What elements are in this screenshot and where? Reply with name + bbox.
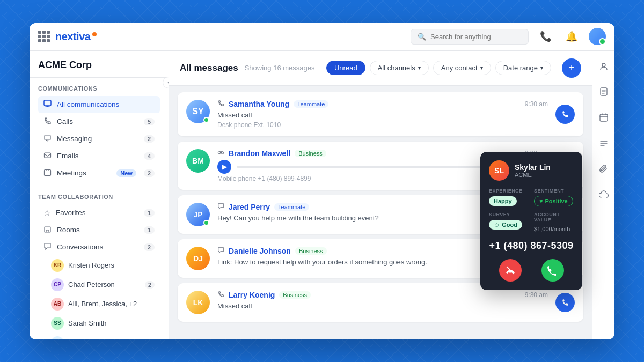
favorites-icon: ☆ [43,208,50,218]
experience-cell: EXPERIENCE Happy [489,188,529,206]
call-channel-icon [217,100,224,108]
contact-icon[interactable] [595,57,612,75]
communications-section: Communications All communications Calls … [30,78,169,186]
sub-item-label: Will Williams [68,338,107,339]
filter-date-btn[interactable]: Date range ▾ [495,61,551,75]
list-icon[interactable] [595,135,612,152]
message-time: 9:30 am [525,100,548,108]
brandon-avatar: BM [186,149,210,173]
document-icon[interactable] [595,83,612,100]
sidebar-item-label: Messaging [57,135,92,143]
danielle-avatar: DJ [186,247,210,270]
contact-popup: SL Skylar Lin ACME EXPERIENCE Happy SENT… [480,152,582,290]
sidebar-item-all-communications[interactable]: All communications [38,96,160,113]
sentiment-value: ♥ Positive [534,196,573,206]
sidebar-item-meetings[interactable]: Meetings New 2 [38,165,160,182]
survey-label: SURVEY [489,212,529,217]
collapse-btn[interactable]: ‹ [163,77,169,88]
top-bar-actions: 📞 🔔 [537,28,606,45]
avatar-initials: BM [192,157,204,165]
popup-name-area: Skylar Lin ACME [515,163,551,178]
sub-item-sarah[interactable]: SS Sarah Smith [38,314,160,333]
sidebar-item-label: Rooms [57,226,80,234]
answer-call-btn[interactable] [541,259,564,282]
chevron-down-icon: ▾ [540,65,543,71]
sender-tag: Business [295,247,327,255]
grid-menu-icon[interactable] [38,31,50,42]
message-header: Samantha Young Teammate 9:30 am [217,100,548,108]
online-indicator [203,220,209,226]
filter-contact-btn[interactable]: Any contact ▾ [433,61,491,75]
message-body: Larry Koenig Business 9:30 am Missed cal… [217,291,548,311]
popup-phone-number: +1 (480) 867-5309 [489,240,574,252]
add-message-btn[interactable]: + [562,58,581,78]
call-action-btn[interactable] [555,105,575,124]
sidebar-item-messaging[interactable]: Messaging 2 [38,130,160,147]
conversations-icon [43,242,52,252]
avatar-initials: LK [193,298,203,307]
call-action-btn[interactable] [555,293,575,312]
chat-channel-icon [217,247,224,255]
experience-value: Happy [489,196,517,206]
search-input[interactable] [430,33,522,41]
jared-avatar: JP [186,203,210,226]
svg-rect-2 [45,169,51,175]
svg-rect-0 [44,100,51,106]
meetings-new-badge: New [116,169,136,177]
sidebar-item-label: Meetings [57,169,86,177]
popup-call-actions [489,259,574,282]
chad-badge: 2 [145,281,155,289]
sender-name: Danielle Johnson [229,247,291,255]
sender-name: Brandon Maxwell [229,149,290,158]
sidebar-item-label: Emails [57,152,79,160]
sidebar-item-conversations[interactable]: Conversations 2 [38,239,160,256]
filter-unread-btn[interactable]: Unread [326,61,365,75]
top-bar: nextiva 🔍 📞 🔔 [30,23,614,51]
search-bar[interactable]: 🔍 [411,29,529,45]
message-text: Missed call [217,301,548,311]
calls-badge: 5 [144,118,155,125]
voicemail-channel-icon [217,149,224,158]
showing-count: Showing 16 messages [245,64,315,72]
messages-header: All messages Showing 16 messages Unread … [169,51,592,86]
experience-label: EXPERIENCE [489,188,529,194]
search-icon: 🔍 [418,33,426,41]
svg-point-4 [218,151,220,153]
sidebar-item-rooms[interactable]: Rooms 1 [38,221,160,239]
sub-item-will[interactable]: WW Will Williams [38,333,160,339]
conversations-badge: 2 [144,243,155,251]
phone-icon[interactable]: 📞 [537,28,554,45]
attachment-icon[interactable] [595,160,612,178]
decline-call-btn[interactable] [499,259,522,282]
sub-item-alli[interactable]: AB Alli, Brent, Jessica, +2 [38,294,160,314]
larry-avatar: LK [186,291,210,314]
sentiment-label: SENTIMENT [534,188,574,194]
play-btn[interactable]: ▶ [217,160,231,174]
sub-item-chad[interactable]: CP Chad Peterson 2 [38,275,160,294]
calendar-icon[interactable] [595,109,612,126]
popup-stats-grid: EXPERIENCE Happy SENTIMENT ♥ Positive SU… [489,188,574,233]
sarah-avatar: SS [51,317,64,330]
will-avatar: WW [51,336,64,339]
bell-icon[interactable]: 🔔 [563,28,580,45]
sidebar-item-calls[interactable]: Calls 5 [38,113,160,130]
sidebar-item-favorites[interactable]: ☆ Favorites 1 [38,204,160,221]
sub-item-label: Kristen Rogers [68,261,114,269]
right-panel [592,51,614,339]
rooms-badge: 1 [144,226,155,234]
popup-contact-info: SL Skylar Lin ACME [489,160,574,181]
messages-title: All messages [180,63,238,73]
sidebar-item-label: All communications [57,100,119,108]
sender-name: Larry Koenig [229,291,275,299]
sidebar-item-emails[interactable]: Emails 4 [38,147,160,165]
sentiment-cell: SENTIMENT ♥ Positive [534,188,574,206]
emails-icon [43,151,52,161]
filter-channels-btn[interactable]: All channels ▾ [370,61,429,75]
messaging-icon [43,134,52,144]
message-card[interactable]: SY Samantha Young Teammate 9:30 am Mis [178,92,583,136]
user-avatar[interactable] [589,28,606,45]
cloud-icon[interactable] [595,186,612,203]
sender-name: Samantha Young [229,100,289,108]
sub-item-kristen[interactable]: KR Kristen Rogers [38,256,160,275]
message-text: Missed call [217,110,548,120]
